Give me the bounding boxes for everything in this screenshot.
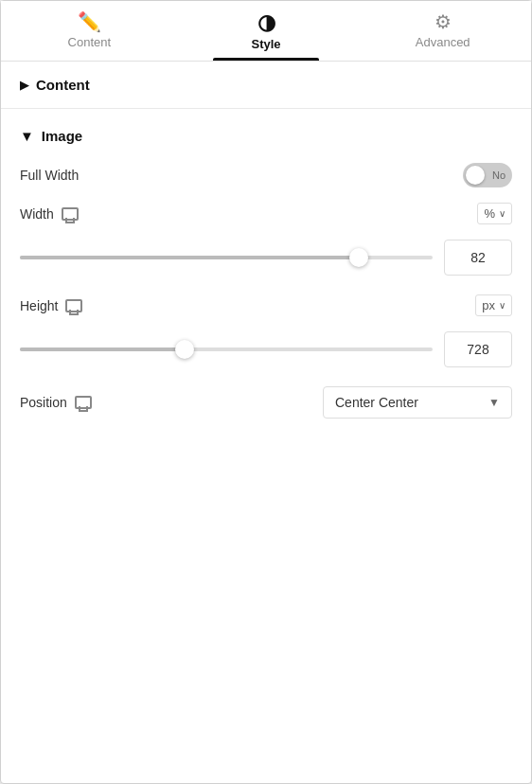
image-section-header[interactable]: ▼ Image	[20, 128, 512, 144]
full-width-toggle-wrap: No	[463, 163, 512, 187]
panel: ✏️ Content ◑ Style ⚙ Advanced ▶ Content …	[0, 0, 532, 784]
height-unit-arrow: ∨	[499, 300, 505, 311]
full-width-toggle[interactable]: No	[463, 163, 512, 187]
height-unit-selector[interactable]: px ∨	[475, 294, 512, 316]
style-icon: ◑	[257, 12, 275, 33]
gear-icon: ⚙	[434, 12, 452, 31]
edit-icon: ✏️	[78, 12, 101, 31]
image-section: ▼ Image Full Width No Width % ∨	[1, 109, 531, 783]
tab-content[interactable]: ✏️ Content	[1, 1, 178, 61]
position-row: Position Center Center ▼	[20, 386, 512, 419]
width-label: Width	[20, 206, 79, 222]
tab-bar: ✏️ Content ◑ Style ⚙ Advanced	[1, 1, 531, 62]
content-arrow: ▶	[20, 79, 28, 92]
toggle-knob	[466, 166, 485, 185]
full-width-text: Full Width	[20, 168, 79, 183]
content-section: ▶ Content	[1, 62, 531, 109]
height-slider[interactable]	[20, 347, 433, 351]
position-text: Position	[20, 395, 67, 410]
position-dropdown[interactable]: Center Center ▼	[323, 386, 512, 419]
width-text: Width	[20, 206, 54, 222]
full-width-row: Full Width No	[20, 163, 512, 187]
tab-style[interactable]: ◑ Style	[178, 1, 355, 61]
tab-advanced[interactable]: ⚙ Advanced	[354, 1, 531, 61]
width-row: Width % ∨	[20, 203, 512, 224]
width-slider-thumb[interactable]	[349, 248, 368, 267]
toggle-value: No	[492, 169, 505, 181]
image-section-label: Image	[42, 128, 82, 144]
position-dropdown-arrow: ▼	[488, 396, 500, 409]
height-slider-row	[20, 331, 512, 367]
height-slider-thumb[interactable]	[175, 340, 194, 359]
position-monitor-icon	[75, 396, 92, 409]
height-text: Height	[20, 298, 58, 313]
height-unit: px	[482, 298, 495, 312]
height-row: Height px ∨	[20, 294, 512, 316]
full-width-label: Full Width	[20, 168, 79, 183]
width-slider-row	[20, 240, 512, 276]
content-section-header[interactable]: ▶ Content	[20, 77, 512, 93]
height-label: Height	[20, 298, 82, 313]
content-section-label: Content	[36, 77, 90, 93]
height-slider-fill	[20, 347, 185, 351]
width-slider[interactable]	[20, 256, 433, 259]
width-unit: %	[484, 206, 495, 221]
position-label: Position	[20, 395, 92, 410]
tab-style-label: Style	[251, 37, 280, 51]
width-slider-fill	[20, 256, 359, 259]
width-unit-arrow: ∨	[499, 208, 505, 219]
tab-advanced-label: Advanced	[416, 35, 470, 49]
width-value-input[interactable]	[444, 240, 512, 276]
tab-content-label: Content	[68, 35, 112, 49]
position-value: Center Center	[335, 395, 418, 410]
width-monitor-icon	[62, 207, 79, 221]
image-arrow: ▼	[20, 128, 34, 144]
width-unit-selector[interactable]: % ∨	[477, 203, 512, 224]
height-monitor-icon	[65, 299, 82, 312]
height-value-input[interactable]	[444, 331, 512, 367]
